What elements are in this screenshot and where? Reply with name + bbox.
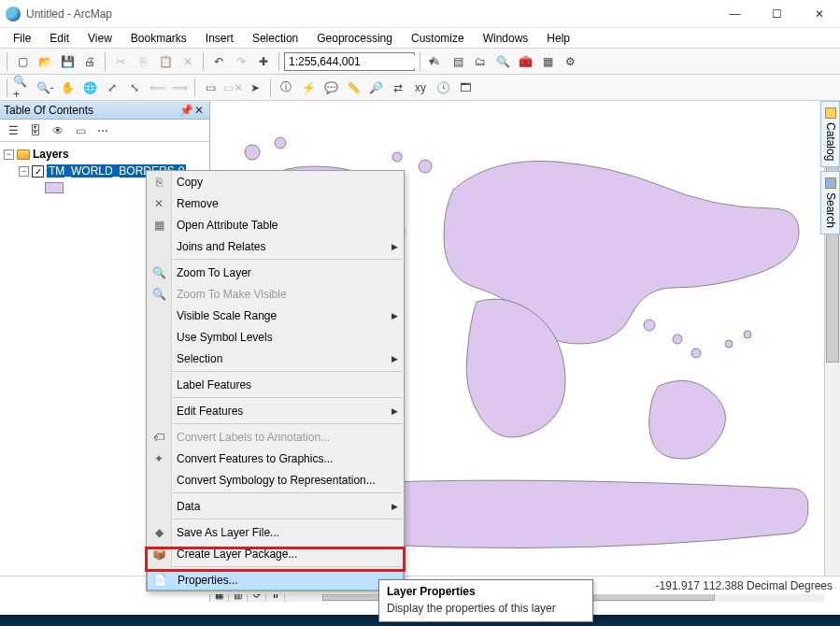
find-button[interactable]: 🔎: [365, 78, 386, 98]
ctx-create-layer-package[interactable]: 📦Create Layer Package...: [147, 543, 404, 564]
search-tab[interactable]: Search: [820, 171, 840, 235]
menu-insert[interactable]: Insert: [198, 30, 241, 47]
redo-button[interactable]: ↷: [231, 51, 251, 72]
collapse-icon[interactable]: −: [19, 166, 29, 177]
delete-button[interactable]: ✕: [178, 51, 198, 72]
blank-icon: [151, 473, 166, 488]
new-doc-button[interactable]: ▢: [12, 51, 33, 72]
svg-point-3: [725, 340, 733, 348]
clear-selection-button[interactable]: ▭✕: [222, 78, 243, 98]
zoomv-icon: 🔍: [151, 287, 166, 302]
list-by-visibility-button[interactable]: 👁: [48, 121, 68, 141]
back-extent-button[interactable]: ⟸: [147, 78, 167, 98]
ctx-convert-symbology-to-representation[interactable]: Convert Symbology to Representation...: [147, 469, 404, 491]
python-button[interactable]: ▦: [537, 51, 558, 72]
ctx-joins-and-relates[interactable]: Joins and Relates▶: [147, 235, 404, 257]
close-panel-icon[interactable]: ✕: [192, 104, 206, 117]
svg-point-1: [673, 334, 682, 344]
html-popup-button[interactable]: 💬: [320, 78, 341, 98]
paste-button[interactable]: 📋: [155, 51, 176, 72]
open-button[interactable]: 📂: [35, 51, 55, 72]
find-route-button[interactable]: ⇄: [388, 78, 408, 98]
cut-button[interactable]: ✂: [110, 51, 131, 72]
close-button[interactable]: ✕: [798, 0, 840, 28]
ctx-properties[interactable]: 📄Properties...: [147, 569, 404, 590]
svg-point-0: [644, 320, 655, 331]
editor-toolbar-button[interactable]: ✎: [425, 51, 446, 72]
arc-toolbox-button[interactable]: 🧰: [515, 51, 535, 72]
options-button[interactable]: ⋯: [93, 121, 113, 141]
collapse-icon[interactable]: −: [4, 149, 14, 160]
scale-combo[interactable]: ▾: [284, 52, 415, 71]
save-button[interactable]: 💾: [57, 51, 78, 72]
menu-selection[interactable]: Selection: [245, 30, 306, 47]
ctx-zoom-to-make-visible: 🔍Zoom To Make Visible: [147, 283, 404, 305]
identify-button[interactable]: ⓘ: [276, 78, 296, 98]
model-builder-button[interactable]: ⚙: [560, 51, 580, 72]
forward-extent-button[interactable]: ⟹: [169, 78, 190, 98]
tooltip-title: Layer Properties: [387, 585, 585, 598]
minimize-button[interactable]: —: [714, 0, 756, 28]
list-by-drawing-order-button[interactable]: ☰: [3, 121, 23, 141]
list-by-selection-button[interactable]: ▭: [70, 121, 91, 141]
add-data-button[interactable]: ✚: [253, 51, 274, 72]
menu-view[interactable]: View: [80, 30, 120, 47]
symbol-swatch[interactable]: [45, 182, 64, 193]
zoom-in-button[interactable]: 🔍+: [12, 78, 33, 98]
create-viewer-button[interactable]: 🗔: [455, 78, 476, 98]
ctx-item-label: Convert Labels to Annotation...: [177, 431, 330, 444]
zoom-out-button[interactable]: 🔍-: [35, 78, 55, 98]
hyperlink-button[interactable]: ⚡: [298, 78, 319, 98]
layers-icon: [17, 149, 30, 160]
ctx-visible-scale-range[interactable]: Visible Scale Range▶: [147, 305, 404, 326]
menu-bookmarks[interactable]: Bookmarks: [123, 30, 194, 47]
menu-windows[interactable]: Windows: [476, 30, 536, 47]
ctx-separator: [173, 492, 402, 493]
ctx-zoom-to-layer[interactable]: 🔍Zoom To Layer: [147, 262, 404, 283]
menu-geoprocessing[interactable]: Geoprocessing: [309, 30, 400, 47]
menu-edit[interactable]: Edit: [42, 30, 77, 47]
select-features-button[interactable]: ▭: [200, 78, 221, 98]
ctx-selection[interactable]: Selection▶: [147, 348, 404, 369]
ctx-item-label: Data: [177, 500, 200, 513]
catalog-tab[interactable]: Catalog: [820, 101, 840, 167]
blank-icon: [151, 330, 166, 345]
tree-root-row[interactable]: − Layers: [2, 146, 207, 163]
ctx-item-label: Create Layer Package...: [177, 548, 297, 561]
tooltip: Layer Properties Display the properties …: [378, 579, 593, 622]
coordinate-readout: -191.917 112.388 Decimal Degrees: [656, 579, 833, 592]
select-elements-button[interactable]: ➤: [245, 78, 265, 98]
search-button[interactable]: 🔍: [492, 51, 513, 72]
ctx-copy[interactable]: ⎘Copy: [147, 171, 404, 192]
measure-button[interactable]: 📏: [343, 78, 363, 98]
scale-input[interactable]: [289, 55, 429, 68]
ctx-remove[interactable]: ✕Remove: [147, 192, 404, 214]
fixed-zoom-in-button[interactable]: ⤢: [102, 78, 122, 98]
fixed-zoom-out-button[interactable]: ⤡: [124, 78, 145, 98]
ctx-save-as-layer-file[interactable]: ◆Save As Layer File...: [147, 521, 404, 543]
ctx-data[interactable]: Data▶: [147, 495, 404, 517]
toc-button[interactable]: ▤: [448, 51, 468, 72]
time-slider-button[interactable]: 🕓: [433, 78, 453, 98]
pan-button[interactable]: ✋: [57, 78, 78, 98]
maximize-button[interactable]: ☐: [756, 0, 798, 28]
menu-help[interactable]: Help: [539, 30, 577, 47]
full-extent-button[interactable]: 🌐: [79, 78, 100, 98]
ctx-convert-features-to-graphics[interactable]: ✦Convert Features to Graphics...: [147, 448, 404, 469]
copy-button[interactable]: ⎘: [133, 51, 153, 72]
ctx-label-features[interactable]: Label Features: [147, 374, 404, 395]
pin-icon[interactable]: 📌: [179, 104, 192, 117]
list-by-source-button[interactable]: 🗄: [25, 121, 46, 141]
undo-button[interactable]: ↶: [208, 51, 229, 72]
print-button[interactable]: 🖨: [79, 51, 100, 72]
ctx-edit-features[interactable]: Edit Features▶: [147, 400, 404, 421]
go-to-xy-button[interactable]: xy: [410, 78, 431, 98]
catalog-button[interactable]: 🗂: [470, 51, 491, 72]
ctx-item-label: Remove: [177, 197, 219, 210]
ctx-open-attribute-table[interactable]: ▦Open Attribute Table: [147, 214, 404, 235]
ctx-use-symbol-levels[interactable]: Use Symbol Levels: [147, 326, 404, 348]
menu-customize[interactable]: Customize: [404, 30, 472, 47]
menu-file[interactable]: File: [6, 30, 38, 47]
layer-visibility-checkbox[interactable]: ✓: [32, 165, 44, 178]
ctx-separator: [173, 259, 402, 260]
